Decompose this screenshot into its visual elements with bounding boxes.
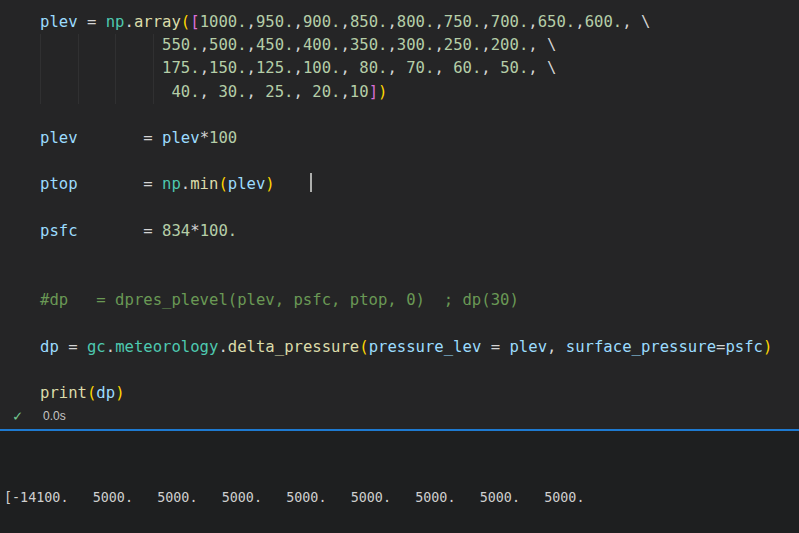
- code-token: ,: [387, 59, 406, 77]
- code-token: ,: [434, 13, 443, 31]
- vscode-notebook-cell: plev = np.array([1000.,950.,900.,850.,80…: [0, 0, 799, 533]
- code-token: =: [78, 13, 106, 31]
- code-token: , \: [528, 59, 556, 77]
- code-token: [40, 59, 162, 77]
- code-token: np: [106, 13, 125, 31]
- code-token: 300.: [397, 36, 435, 54]
- code-token: (: [218, 175, 227, 193]
- code-token: [40, 36, 162, 54]
- code-token: .: [181, 175, 190, 193]
- code-line: #dp = dpres_plevel(plev, psfc, ptop, 0) …: [40, 289, 772, 312]
- code-token: ): [115, 384, 124, 402]
- code-token: ,: [547, 338, 566, 356]
- code-area[interactable]: plev = np.array([1000.,950.,900.,850.,80…: [40, 11, 772, 405]
- code-token: 50.: [500, 59, 528, 77]
- code-token: *: [190, 222, 199, 240]
- code-line: [40, 197, 772, 220]
- code-token: ,: [481, 13, 490, 31]
- code-token: .: [125, 13, 134, 31]
- code-token: 250.: [444, 36, 482, 54]
- code-token: ): [378, 83, 387, 101]
- code-token: *: [200, 129, 209, 147]
- success-check-icon: ✓: [13, 409, 22, 424]
- code-line: plev = np.array([1000.,950.,900.,850.,80…: [40, 11, 772, 34]
- code-token: ,: [247, 83, 266, 101]
- code-token: 500.: [209, 36, 247, 54]
- code-token: gc: [87, 338, 106, 356]
- code-token: .: [106, 338, 115, 356]
- code-token: plev: [228, 175, 266, 193]
- code-token: ,: [294, 83, 313, 101]
- code-token: ,: [200, 83, 219, 101]
- code-line: 40., 30., 25., 20.,10]): [40, 81, 772, 104]
- code-line: [40, 243, 772, 266]
- code-token: ,: [247, 36, 256, 54]
- code-token: min: [190, 175, 218, 193]
- code-token: ,: [434, 59, 453, 77]
- code-token: =: [78, 175, 163, 193]
- code-token: 25.: [265, 83, 293, 101]
- output-array-text: [-14100. 5000. 5000. 5000. 5000. 5000. 5…: [4, 440, 584, 533]
- code-token: , \: [528, 36, 556, 54]
- code-token: ,: [387, 36, 396, 54]
- code-token: 175.: [162, 59, 200, 77]
- code-token: np: [162, 175, 181, 193]
- code-token: 750.: [444, 13, 482, 31]
- cell-execution-status: ✓ 0.0s: [0, 403, 799, 429]
- code-token: print: [40, 384, 87, 402]
- code-token: ,: [340, 83, 349, 101]
- output-line: [-14100. 5000. 5000. 5000. 5000. 5000. 5…: [4, 486, 584, 509]
- code-token: 834: [162, 222, 190, 240]
- code-token: 100.: [303, 59, 341, 77]
- code-token: 30.: [218, 83, 246, 101]
- code-token: 400.: [303, 36, 341, 54]
- code-token: dp: [96, 384, 115, 402]
- code-token: ,: [528, 13, 537, 31]
- notebook-cell-editor[interactable]: plev = np.array([1000.,950.,900.,850.,80…: [0, 0, 799, 429]
- code-token: =: [59, 338, 87, 356]
- code-token: [40, 83, 171, 101]
- code-token: ,: [340, 36, 349, 54]
- code-token: ,: [294, 13, 303, 31]
- code-token: psfc: [725, 338, 763, 356]
- code-token: delta_pressure: [228, 338, 359, 356]
- code-line: [40, 104, 772, 127]
- code-token: 10: [350, 83, 369, 101]
- code-token: ,: [247, 13, 256, 31]
- code-token: plev: [509, 338, 547, 356]
- code-token: ,: [481, 59, 500, 77]
- code-token: plev: [162, 129, 200, 147]
- code-token: psfc: [40, 222, 78, 240]
- code-line: 175.,150.,125.,100., 80., 70., 60., 50.,…: [40, 57, 772, 80]
- code-token: array: [134, 13, 181, 31]
- code-token: ): [265, 175, 274, 193]
- code-token: ,: [387, 13, 396, 31]
- code-token: 350.: [350, 36, 388, 54]
- code-token: plev: [40, 129, 78, 147]
- code-token: 950.: [256, 13, 294, 31]
- code-token: ,: [575, 13, 584, 31]
- code-token: 100: [209, 129, 237, 147]
- code-token: 800.: [397, 13, 435, 31]
- code-line: plev = plev*100: [40, 127, 772, 150]
- code-token: ): [763, 338, 772, 356]
- code-token: =: [78, 222, 163, 240]
- code-token: (: [359, 338, 368, 356]
- code-token: , \: [622, 13, 650, 31]
- code-token: =: [481, 338, 509, 356]
- code-token: ,: [341, 13, 350, 31]
- code-token: 650.: [538, 13, 576, 31]
- code-token: ,: [434, 36, 443, 54]
- code-line: [40, 312, 772, 335]
- execution-time: 0.0s: [43, 409, 66, 423]
- code-token: plev: [40, 13, 78, 31]
- code-token: #dp = dpres_plevel(plev, psfc, ptop, 0) …: [40, 291, 519, 309]
- code-token: (: [87, 384, 96, 402]
- code-token: 60.: [453, 59, 481, 77]
- code-token: 80.: [359, 59, 387, 77]
- code-token: ,: [481, 36, 490, 54]
- code-token: 100.: [200, 222, 238, 240]
- code-token: ,: [294, 36, 303, 54]
- code-token: 40.: [171, 83, 199, 101]
- code-token: =: [716, 338, 725, 356]
